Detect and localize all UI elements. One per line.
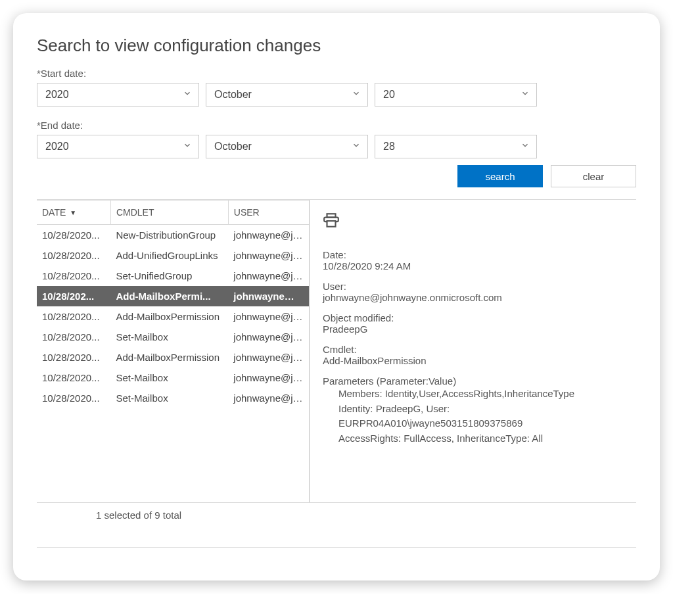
page-title: Search to view configuration changes xyxy=(37,36,636,56)
print-icon[interactable] xyxy=(323,212,340,231)
cell-date: 10/28/2020... xyxy=(37,225,110,246)
chevron-down-icon xyxy=(521,141,530,153)
cell-user: johnwayne@joh... xyxy=(228,327,309,347)
cell-date: 10/28/2020... xyxy=(37,388,110,408)
cell-user: johnwayne@joh... xyxy=(228,266,309,286)
table-row[interactable]: 10/28/2020...Set-Mailboxjohnwayne@joh... xyxy=(37,367,309,388)
table-row[interactable]: 10/28/202...Add-MailboxPermi...johnwayne… xyxy=(37,286,309,306)
chevron-down-icon xyxy=(521,89,530,101)
cell-date: 10/28/2020... xyxy=(37,245,110,266)
sort-desc-icon: ▼ xyxy=(70,209,76,216)
chevron-down-icon xyxy=(352,89,361,101)
detail-object-value: PradeepG xyxy=(323,323,630,335)
cell-user: johnwayne@joh... xyxy=(228,388,309,408)
end-year-select[interactable]: 2020 xyxy=(37,135,199,158)
start-date-label: *Start date: xyxy=(37,68,636,79)
card: Search to view configuration changes *St… xyxy=(13,13,660,580)
chevron-down-icon xyxy=(183,89,192,101)
end-date-row: 2020 October 28 xyxy=(37,135,636,158)
cell-cmdlet: Set-Mailbox xyxy=(110,388,228,408)
search-button[interactable]: search xyxy=(457,165,543,187)
results-pane: DATE ▼ CMDLET USER 10/28/2020...New-Dist… xyxy=(37,200,636,502)
col-header-date[interactable]: DATE ▼ xyxy=(37,201,110,225)
cell-cmdlet: Add-MailboxPermission xyxy=(110,306,228,327)
start-date-row: 2020 October 20 xyxy=(37,83,636,107)
param-line: Identity: PradeepG, User: EURPR04A010\jw… xyxy=(323,402,630,431)
cell-user: johnwayne@joh... xyxy=(228,225,309,246)
param-line: Members: Identity,User,AccessRights,Inhe… xyxy=(323,387,630,402)
end-day-select[interactable]: 28 xyxy=(375,135,537,158)
detail-date-value: 10/28/2020 9:24 AM xyxy=(323,260,630,272)
detail-object-label: Object modified: xyxy=(323,312,630,323)
detail-pane: Date: 10/28/2020 9:24 AM User: johnwayne… xyxy=(310,200,636,502)
cell-date: 10/28/2020... xyxy=(37,347,110,367)
detail-user-label: User: xyxy=(323,281,630,292)
cell-cmdlet: Add-MailboxPermission xyxy=(110,347,228,367)
cell-user: johnwayne@joh... xyxy=(228,306,309,327)
start-year-select[interactable]: 2020 xyxy=(37,83,199,107)
cell-date: 10/28/2020... xyxy=(37,327,110,347)
selection-status: 1 selected of 9 total xyxy=(37,503,636,547)
clear-button[interactable]: clear xyxy=(551,165,636,187)
cell-user: johnwayne@joh... xyxy=(228,347,309,367)
col-header-user[interactable]: USER xyxy=(228,201,309,225)
cell-user: johnwayne@j... xyxy=(228,286,309,306)
table-row[interactable]: 10/28/2020...Set-UnifiedGroupjohnwayne@j… xyxy=(37,266,309,286)
end-year-value: 2020 xyxy=(45,141,69,153)
col-header-cmdlet-label: CMDLET xyxy=(116,207,154,218)
end-day-value: 28 xyxy=(383,141,395,153)
divider xyxy=(37,547,636,548)
table-row[interactable]: 10/28/2020...New-DistributionGroupjohnwa… xyxy=(37,225,309,246)
cell-cmdlet: Set-Mailbox xyxy=(110,367,228,388)
cell-date: 10/28/2020... xyxy=(37,367,110,388)
table-row[interactable]: 10/28/2020...Set-Mailboxjohnwayne@joh... xyxy=(37,388,309,408)
detail-date-label: Date: xyxy=(323,249,630,260)
results-table: DATE ▼ CMDLET USER 10/28/2020...New-Dist… xyxy=(37,200,309,408)
chevron-down-icon xyxy=(352,141,361,153)
end-month-value: October xyxy=(214,141,252,153)
start-month-select[interactable]: October xyxy=(206,83,368,107)
svg-rect-1 xyxy=(327,221,336,227)
table-row[interactable]: 10/28/2020...Add-MailboxPermissionjohnwa… xyxy=(37,347,309,367)
cell-cmdlet: Add-MailboxPermi... xyxy=(110,286,228,306)
detail-cmdlet-label: Cmdlet: xyxy=(323,344,630,355)
col-header-date-label: DATE xyxy=(42,207,66,218)
start-year-value: 2020 xyxy=(45,89,69,101)
table-row[interactable]: 10/28/2020...Add-UnifiedGroupLinksjohnwa… xyxy=(37,245,309,266)
cell-cmdlet: Add-UnifiedGroupLinks xyxy=(110,245,228,266)
cell-date: 10/28/2020... xyxy=(37,266,110,286)
cell-date: 10/28/202... xyxy=(37,286,110,306)
col-header-cmdlet[interactable]: CMDLET xyxy=(110,201,228,225)
start-day-select[interactable]: 20 xyxy=(375,83,537,107)
end-month-select[interactable]: October xyxy=(206,135,368,158)
action-row: search clear xyxy=(37,165,636,187)
start-day-value: 20 xyxy=(383,89,395,101)
end-date-label: *End date: xyxy=(37,120,636,131)
cell-cmdlet: New-DistributionGroup xyxy=(110,225,228,246)
detail-user-value: johnwayne@johnwayne.onmicrosoft.com xyxy=(323,292,630,303)
detail-params-label: Parameters (Parameter:Value) xyxy=(323,375,630,387)
table-row[interactable]: 10/28/2020...Add-MailboxPermissionjohnwa… xyxy=(37,306,309,327)
chevron-down-icon xyxy=(183,141,192,153)
start-month-value: October xyxy=(214,89,252,101)
detail-cmdlet-value: Add-MailboxPermission xyxy=(323,355,630,366)
col-header-user-label: USER xyxy=(234,207,260,218)
cell-user: johnwayne@joh... xyxy=(228,367,309,388)
param-line: AccessRights: FullAccess, InheritanceTyp… xyxy=(323,431,630,446)
table-row[interactable]: 10/28/2020...Set-Mailboxjohnwayne@joh... xyxy=(37,327,309,347)
results-table-pane: DATE ▼ CMDLET USER 10/28/2020...New-Dist… xyxy=(37,200,310,502)
cell-cmdlet: Set-UnifiedGroup xyxy=(110,266,228,286)
cell-cmdlet: Set-Mailbox xyxy=(110,327,228,347)
cell-date: 10/28/2020... xyxy=(37,306,110,327)
cell-user: johnwayne@joh... xyxy=(228,245,309,266)
